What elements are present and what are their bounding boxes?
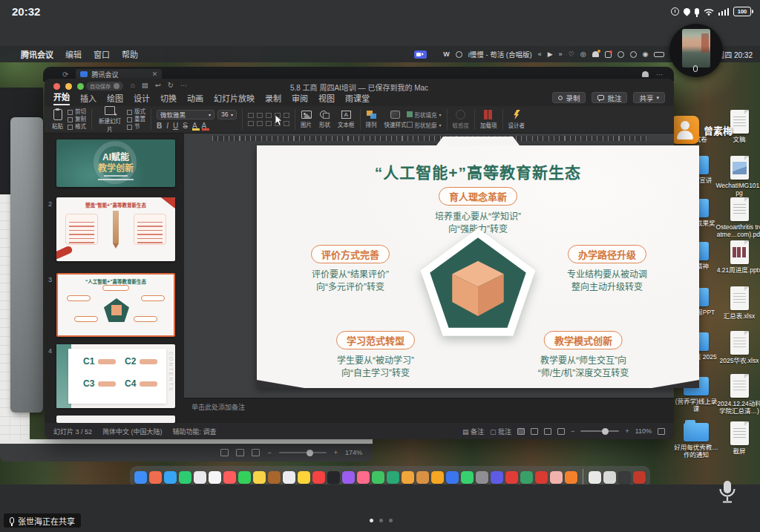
dock-app-icon[interactable]: [461, 471, 474, 484]
dock-item-icon[interactable]: [633, 471, 646, 484]
next-track-icon[interactable]: »: [559, 50, 563, 58]
bold-button[interactable]: B: [157, 122, 162, 130]
direction-icon[interactable]: [284, 113, 289, 118]
menubar-app-name[interactable]: 腾讯会议: [21, 48, 53, 60]
slide-thumbnail-4[interactable]: C1 C2 C3 C4 CONTENTS: [56, 344, 175, 408]
reload-icon[interactable]: ⟳: [62, 70, 68, 79]
dock-app-icon[interactable]: [416, 471, 429, 484]
normal-view-icon[interactable]: [517, 428, 525, 435]
ribbon-tab-开始[interactable]: 开始: [53, 91, 70, 105]
cut-button[interactable]: 剪切: [68, 109, 86, 115]
w-app-icon[interactable]: W: [443, 50, 450, 58]
zoom-in-button[interactable]: +: [334, 449, 338, 456]
slide-thumbnail-1[interactable]: AI赋能 教学创新: [56, 139, 175, 187]
dock-app-icon[interactable]: [505, 471, 518, 484]
tabstrip-more-icon[interactable]: ⋯: [656, 70, 664, 79]
comments-toggle[interactable]: ▢ 批注: [490, 427, 511, 436]
dock-app-icon[interactable]: [164, 471, 177, 484]
slide-thumbnail-3-selected[interactable]: “人工智能+”高等教育新生态: [56, 273, 175, 337]
notification-bell-icon[interactable]: [592, 51, 599, 57]
ribbon-tab-雨课堂[interactable]: 雨课堂: [345, 92, 370, 105]
dock-app-icon[interactable]: [520, 471, 533, 484]
slide-thumbnail-2[interactable]: 塑造“智能+”高等教育新生态: [56, 197, 175, 261]
reading-view-icon[interactable]: [544, 428, 551, 435]
desktop-file[interactable]: 2024.12.24动科学院汇总清…)(1).xlsx: [715, 374, 760, 416]
ribbon-tab-绘图[interactable]: 绘图: [107, 92, 123, 105]
dock-app-icon[interactable]: [357, 471, 370, 484]
dock-app-icon[interactable]: [312, 471, 325, 484]
fit-slide-icon[interactable]: [658, 428, 665, 435]
desktop-file[interactable]: 截屏: [715, 421, 760, 455]
dock-app-icon[interactable]: [491, 471, 503, 484]
dock-app-icon[interactable]: [550, 471, 563, 484]
dock-app-icon[interactable]: [238, 471, 251, 484]
highlight-color-button[interactable]: A: [192, 122, 197, 130]
insert-shape-button[interactable]: 形状: [319, 111, 330, 128]
dock-app-icon[interactable]: [535, 471, 548, 484]
desktop-file[interactable]: Osteoarthritis treatme…com).pdf: [715, 197, 760, 238]
dock-app-icon[interactable]: [134, 471, 147, 484]
dock-app-icon[interactable]: [431, 471, 444, 484]
meeting-mic-button[interactable]: [717, 479, 738, 505]
dock-app-icon[interactable]: [253, 471, 266, 484]
shape-fill-button[interactable]: 形状填充▾: [407, 111, 442, 119]
ribbon-tab-动画[interactable]: 动画: [187, 92, 203, 105]
zoom-out-button[interactable]: −: [267, 449, 271, 456]
shape-outline-button[interactable]: 形状轮廓▾: [407, 121, 442, 129]
wechat-contact-chip[interactable]: 曾素梅: [671, 116, 733, 144]
dock-app-icon[interactable]: [209, 471, 221, 484]
disc-icon[interactable]: ◎: [580, 50, 586, 58]
accessibility-status[interactable]: 辅助功能: 调查: [173, 427, 217, 436]
desktop-file[interactable]: WechatIMG101.jpg: [715, 156, 760, 197]
numbering-icon[interactable]: [257, 113, 263, 118]
participant-video-bubble[interactable]: [669, 24, 723, 77]
language-status[interactable]: 简体中文 (中国大陆): [102, 427, 163, 436]
layout-button[interactable]: 版式: [127, 109, 145, 115]
dock-item-icon[interactable]: [603, 471, 616, 484]
dock-app-icon[interactable]: [402, 471, 414, 484]
dock-app-icon[interactable]: [327, 471, 340, 484]
slide-thumbnail-5-partial[interactable]: [56, 416, 175, 423]
ribbon-tab-审阅[interactable]: 审阅: [292, 92, 308, 105]
menubar-item[interactable]: 帮助: [122, 48, 138, 60]
meeting-camera-indicator-icon[interactable]: [414, 50, 427, 59]
dock-app-icon[interactable]: [283, 471, 295, 484]
ribbon-tab-设计[interactable]: 设计: [134, 92, 150, 105]
designer-button[interactable]: 设计者: [508, 110, 525, 129]
page-indicator-dots[interactable]: [370, 519, 393, 522]
section-button[interactable]: 节: [127, 124, 145, 130]
dock-app-icon[interactable]: [268, 471, 281, 484]
previous-track-icon[interactable]: «: [538, 50, 542, 58]
ribbon-tab-录制[interactable]: 录制: [265, 92, 281, 105]
menubar-item[interactable]: 编辑: [65, 48, 82, 60]
ribbon-tab-插入[interactable]: 插入: [80, 92, 96, 105]
zoom-slider[interactable]: [580, 430, 619, 432]
ribbon-tab-视图[interactable]: 视图: [318, 92, 335, 105]
desktop-folder[interactable]: 好用每优秀教…作的通知: [672, 423, 720, 459]
comments-button[interactable]: 批注: [592, 92, 627, 103]
slide-sorter-icon[interactable]: [531, 428, 538, 435]
desktop-file[interactable]: 2025华农.xlsx: [715, 331, 760, 364]
dock-app-icon[interactable]: [372, 471, 384, 484]
dock-item-icon[interactable]: [589, 471, 601, 484]
dock-item-icon[interactable]: [618, 471, 631, 484]
quick-styles-button[interactable]: 快速样式: [384, 111, 407, 128]
desktop-file[interactable]: 4.21周进度.pptx: [715, 240, 760, 274]
ribbon-tab-幻灯片放映[interactable]: 幻灯片放映: [214, 92, 255, 105]
dock-app-icon[interactable]: [446, 471, 459, 484]
new-slide-button[interactable]: 新建幻灯片: [97, 106, 122, 133]
font-size-select[interactable]: 36▾: [217, 110, 237, 119]
view-icon[interactable]: [236, 449, 244, 456]
slide[interactable]: “人工智能+”高等教育新生态 育人理念革新 培养重心要从“学知识”向“强能力”转…: [257, 145, 699, 388]
zoom-out-button[interactable]: −: [571, 427, 574, 435]
insert-textbox-button[interactable]: A文本框: [338, 111, 355, 128]
wechat-icon[interactable]: [618, 51, 624, 58]
dock-app-icon[interactable]: [179, 471, 191, 484]
desktop-file[interactable]: 汇总表.xlsx: [715, 286, 760, 320]
font-color-button[interactable]: A: [202, 122, 207, 130]
addins-button[interactable]: 加载项: [480, 110, 497, 129]
notes-pane[interactable]: 单击此处添加备注: [184, 398, 674, 423]
calendar-badge-icon[interactable]: [605, 51, 612, 58]
dock-app-icon[interactable]: [149, 471, 162, 484]
dock-app-icon[interactable]: [565, 471, 577, 484]
